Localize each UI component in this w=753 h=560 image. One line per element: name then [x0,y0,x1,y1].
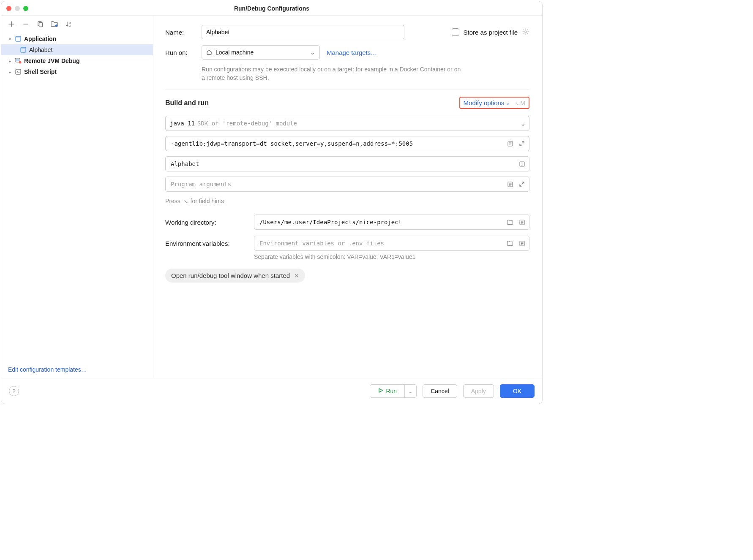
svg-point-10 [19,61,22,64]
vm-options-field [165,136,529,151]
history-icon[interactable] [506,139,514,148]
expand-icon[interactable] [518,180,526,188]
edit-templates-link[interactable]: Edit configuration templates… [8,366,87,373]
store-project-file-wrap: Store as project file [452,28,529,37]
tree-label: Application [24,35,56,42]
history-icon[interactable] [518,239,526,247]
add-config-button[interactable] [7,20,16,28]
store-project-file-checkbox[interactable] [452,28,459,36]
working-dir-row: Working directory: [165,215,529,230]
history-icon[interactable] [518,218,526,226]
env-vars-input[interactable] [254,236,529,251]
chevron-down-icon: ⌄ [506,100,510,106]
svg-rect-5 [16,36,21,38]
svg-rect-9 [16,59,19,61]
remote-debug-icon [15,57,22,64]
chevron-down-icon: ⌄ [408,388,413,394]
remove-config-button[interactable] [22,20,30,28]
sidebar-footer: Edit configuration templates… [1,361,153,378]
svg-rect-1 [39,23,43,27]
store-project-file-label: Store as project file [464,29,518,36]
application-icon [20,46,27,53]
config-tree: ▾ Application Alphabet ▸ Remote JVM Debu… [1,32,153,361]
modify-options-shortcut: ⌥M [513,100,525,106]
svg-rect-7 [21,47,26,49]
working-dir-label: Working directory: [165,219,246,226]
cancel-button[interactable]: Cancel [423,384,457,398]
shell-icon [15,68,22,75]
run-on-value: Local machine [216,49,254,56]
titlebar: Run/Debug Configurations [1,1,542,16]
application-icon [15,35,22,42]
run-on-label: Run on: [165,49,195,56]
svg-text:a: a [69,21,71,24]
ok-label: OK [513,388,521,394]
copy-config-button[interactable] [36,20,44,28]
sdk-module-hint: SDK of 'remote-debug' module [197,120,297,127]
expand-icon[interactable] [518,139,526,148]
program-args-field [165,177,529,192]
content-area: az ▾ Application Alphabet ▸ Remote JVM D… [1,16,542,378]
build-run-section-header: Build and run Modify options ⌄ ⌥M [165,97,529,109]
name-input[interactable] [202,25,404,39]
gear-icon[interactable] [522,28,529,37]
tree-item-remote-jvm-debug[interactable]: ▸ Remote JVM Debug [1,55,153,66]
separator [165,90,529,90]
chevron-right-icon: ▸ [7,70,12,74]
env-vars-row: Environment variables: [165,236,529,251]
manage-targets-link[interactable]: Manage targets… [327,49,377,56]
sdk-field: java 11 SDK of 'remote-debug' module ⌄ [165,116,529,131]
run-on-info-text: Run configurations may be executed local… [202,65,464,82]
folder-browse-icon[interactable] [506,218,514,226]
sidebar-toolbar: az [1,16,153,32]
run-dropdown-button[interactable]: ⌄ [405,384,417,398]
tree-label: Alphabet [29,46,52,53]
sidebar: az ▾ Application Alphabet ▸ Remote JVM D… [1,16,153,378]
window-title: Run/Debug Configurations [1,5,542,12]
tree-item-application[interactable]: ▾ Application [1,33,153,44]
chip-label: Open run/debug tool window when started [171,272,290,279]
help-button[interactable]: ? [9,386,19,396]
env-vars-label: Environment variables: [165,240,246,247]
vm-options-input[interactable] [165,136,529,151]
dialog-window: Run/Debug Configurations az ▾ Applicatio… [1,1,543,404]
ok-button[interactable]: OK [500,384,535,398]
home-icon [206,49,212,56]
apply-button[interactable]: Apply [463,384,494,398]
program-args-input[interactable] [165,177,529,192]
run-on-dropdown[interactable]: Local machine ⌄ [202,45,320,60]
svg-point-12 [525,30,527,32]
sort-alpha-button[interactable]: az [65,20,73,28]
run-split-button: Run ⌄ [370,384,417,398]
run-on-row: Run on: Local machine ⌄ Manage targets… [165,45,529,60]
chevron-down-icon: ⌄ [310,49,315,56]
build-run-title: Build and run [165,99,209,107]
tree-label: Remote JVM Debug [24,57,79,64]
history-icon[interactable] [518,160,526,168]
close-icon[interactable]: ✕ [294,272,299,279]
svg-rect-11 [16,69,21,74]
option-chip-open-tool-window[interactable]: Open run/debug tool window when started … [165,269,305,283]
field-hints-text: Press ⌥ for field hints [165,198,529,204]
sdk-value: java 11 [170,120,195,127]
save-template-button[interactable] [50,20,59,28]
modify-options-label: Modify options [464,99,505,106]
name-row: Name: Store as project file [165,25,529,39]
main-class-input[interactable] [165,156,529,171]
main-panel: Name: Store as project file Run on: Loca… [153,16,542,378]
svg-text:z: z [69,24,71,27]
modify-options-link[interactable]: Modify options ⌄ [464,99,510,106]
chevron-down-icon: ⌄ [521,120,525,127]
run-button[interactable]: Run [370,384,405,398]
name-label: Name: [165,29,195,36]
working-dir-input[interactable] [254,215,529,230]
sdk-dropdown[interactable]: java 11 SDK of 'remote-debug' module ⌄ [165,116,529,131]
tree-label: Shell Script [24,68,57,75]
play-icon [378,388,383,394]
tree-item-shell-script[interactable]: ▸ Shell Script [1,66,153,77]
env-vars-hint: Separate variables with semicolon: VAR=v… [254,253,529,260]
folder-browse-icon[interactable] [506,239,514,247]
main-class-field [165,156,529,171]
history-icon[interactable] [506,180,514,188]
tree-item-alphabet[interactable]: Alphabet [1,44,153,55]
